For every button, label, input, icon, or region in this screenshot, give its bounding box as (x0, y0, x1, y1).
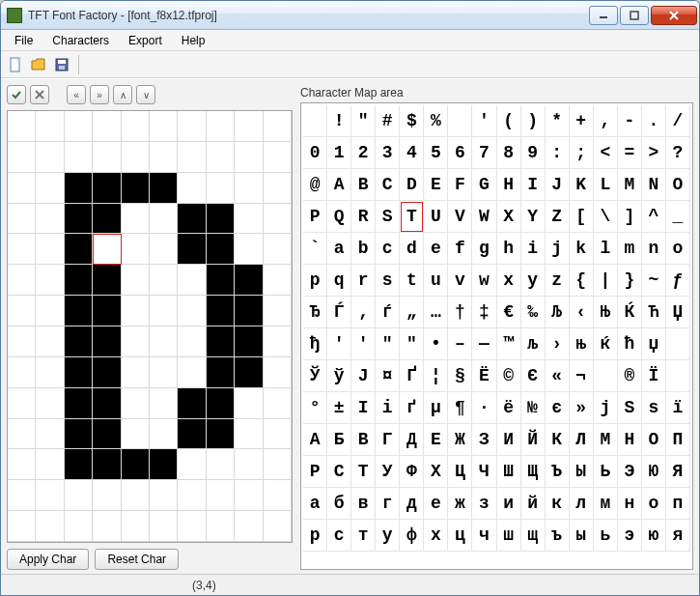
pixel-cell[interactable] (122, 357, 150, 388)
charmap-cell[interactable]: W (472, 201, 496, 233)
pixel-cell[interactable] (122, 449, 150, 480)
charmap-cell[interactable]: я (666, 520, 690, 552)
pixel-cell[interactable] (36, 449, 64, 480)
pixel-cell[interactable] (150, 511, 178, 542)
charmap-cell[interactable]: ™ (497, 328, 521, 360)
charmap-cell[interactable]: Ј (351, 360, 376, 392)
charmap-cell[interactable]: § (448, 360, 472, 392)
charmap-cell[interactable]: ‚ (351, 297, 376, 328)
charmap-cell[interactable]: ¬ (570, 360, 594, 392)
pixel-cell[interactable] (264, 357, 292, 388)
charmap-cell[interactable]: ' (351, 328, 376, 360)
charmap-cell[interactable]: c (376, 233, 400, 265)
pixel-cell[interactable] (93, 357, 121, 388)
pixel-cell[interactable] (235, 265, 263, 296)
pixel-cell[interactable] (122, 419, 150, 450)
charmap-cell[interactable]: ; (570, 137, 594, 169)
charmap-cell[interactable] (448, 105, 472, 137)
pixel-cell[interactable] (8, 111, 36, 142)
charmap-cell[interactable]: q (327, 265, 351, 297)
charmap-cell[interactable]: i (521, 233, 546, 265)
charmap-cell[interactable]: ѓ (376, 297, 400, 328)
charmap-cell[interactable]: ? (666, 137, 690, 169)
charmap-cell[interactable]: ] (618, 201, 642, 233)
pixel-cell[interactable] (8, 357, 36, 388)
charmap-cell[interactable]: Н (618, 424, 642, 456)
charmap-cell[interactable]: 9 (521, 137, 546, 169)
pixel-editor[interactable] (7, 110, 293, 543)
menu-export[interactable]: Export (119, 32, 172, 49)
charmap-cell[interactable]: р (303, 520, 327, 552)
pixel-cell[interactable] (93, 326, 121, 357)
charmap-cell[interactable]: Ќ (618, 297, 642, 328)
charmap-cell[interactable]: P (303, 201, 327, 233)
pixel-cell[interactable] (36, 296, 64, 326)
pixel-cell[interactable] (235, 480, 263, 511)
charmap-cell[interactable]: U (424, 201, 448, 233)
pixel-cell[interactable] (178, 388, 206, 419)
charmap-cell[interactable]: ' (472, 105, 496, 137)
charmap-cell[interactable]: Ю (642, 456, 666, 488)
charmap-cell[interactable]: Э (618, 456, 642, 488)
pixel-cell[interactable] (65, 419, 93, 450)
charmap-cell[interactable]: « (546, 360, 570, 392)
pixel-cell[interactable] (36, 111, 64, 142)
charmap-cell[interactable]: Ѕ (618, 392, 642, 424)
charmap-cell[interactable]: › (546, 328, 570, 360)
charmap-cell[interactable]: d (400, 233, 424, 265)
charmap-cell[interactable]: ч (472, 520, 496, 552)
charmap-cell[interactable]: ђ (303, 328, 327, 360)
charmap-cell[interactable]: 6 (448, 137, 472, 169)
pixel-cell[interactable] (264, 449, 292, 480)
charmap-cell[interactable]: Ь (594, 456, 618, 488)
charmap-cell[interactable]: m (618, 233, 642, 265)
charmap-cell[interactable]: Я (666, 456, 690, 488)
charmap-cell[interactable]: ы (570, 520, 594, 552)
pixel-cell[interactable] (207, 511, 235, 542)
pixel-cell[interactable] (178, 204, 206, 235)
charmap-cell[interactable]: ) (521, 105, 546, 137)
charmap-cell[interactable]: Ч (472, 456, 496, 488)
charmap-cell[interactable]: Е (424, 424, 448, 456)
charmap-cell[interactable]: # (376, 105, 400, 137)
charmap-cell[interactable]: А (303, 424, 327, 456)
charmap-cell[interactable]: k (570, 233, 594, 265)
charmap-cell[interactable]: - (618, 105, 642, 137)
pixel-cell[interactable] (178, 296, 206, 326)
pixel-cell[interactable] (8, 265, 36, 296)
charmap-cell[interactable]: б (327, 488, 351, 520)
charmap-cell[interactable]: " (351, 105, 376, 137)
charmap-cell[interactable]: Z (546, 201, 570, 233)
pixel-cell[interactable] (264, 296, 292, 326)
pixel-cell[interactable] (235, 419, 263, 450)
pixel-cell[interactable] (150, 296, 178, 326)
charmap-cell[interactable]: ї (666, 392, 690, 424)
minimize-button[interactable] (589, 6, 618, 25)
charmap-cell[interactable]: ф (400, 520, 424, 552)
shift-right-button[interactable]: » (90, 85, 109, 104)
charmap-cell[interactable]: t (400, 265, 424, 297)
charmap-cell[interactable]: „ (400, 297, 424, 328)
close-button[interactable] (651, 6, 697, 25)
charmap-cell[interactable]: o (666, 233, 690, 265)
pixel-cell[interactable] (65, 111, 93, 142)
charmap-cell[interactable]: у (376, 520, 400, 552)
pixel-cell[interactable] (150, 326, 178, 357)
charmap-cell[interactable]: { (570, 265, 594, 297)
charmap-cell[interactable]: ћ (618, 328, 642, 360)
charmap-cell[interactable]: ѕ (642, 392, 666, 424)
charmap-cell[interactable]: Ґ (400, 360, 424, 392)
pixel-cell[interactable] (36, 326, 64, 357)
charmap-cell[interactable]: ш (497, 520, 521, 552)
charmap-cell[interactable] (666, 328, 690, 360)
pixel-cell[interactable] (93, 111, 121, 142)
charmap-cell[interactable]: b (351, 233, 376, 265)
charmap-cell[interactable]: Ђ (303, 297, 327, 328)
pixel-cell[interactable] (122, 296, 150, 326)
pixel-cell[interactable] (207, 234, 235, 265)
charmap-cell[interactable]: ® (618, 360, 642, 392)
charmap-cell[interactable]: $ (400, 105, 424, 137)
charmap-cell[interactable]: : (546, 137, 570, 169)
pixel-cell[interactable] (122, 173, 150, 204)
charmap-cell[interactable]: © (497, 360, 521, 392)
